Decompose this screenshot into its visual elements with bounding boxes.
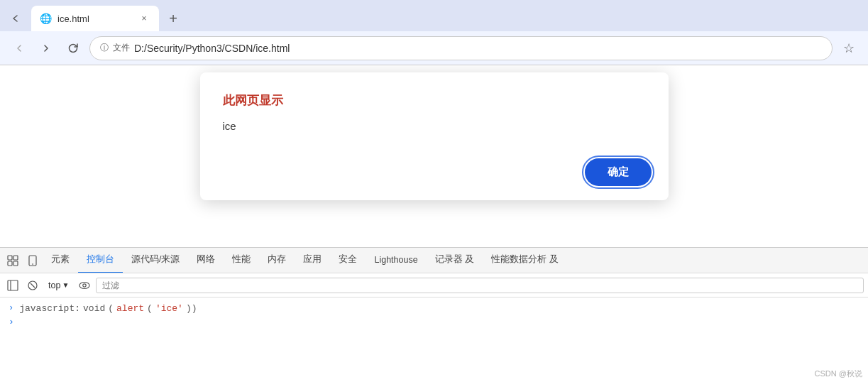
svg-point-11 bbox=[83, 283, 86, 286]
svg-rect-0 bbox=[8, 256, 12, 260]
refresh-button[interactable] bbox=[62, 38, 84, 59]
alert-dialog: 此网页显示 ice 确定 bbox=[200, 72, 669, 200]
svg-rect-1 bbox=[13, 256, 18, 260]
info-icon: ⓘ bbox=[100, 42, 109, 54]
address-bar: ⓘ 文件 D:/Security/Python3/CSDN/ice.html ☆ bbox=[0, 31, 868, 65]
devtools-tab-bar: 元素 控制台 源代码/来源 网络 性能 内存 应用 安全 bbox=[0, 248, 868, 273]
console-output: › javascript:void(alert('ice')) › bbox=[0, 298, 868, 382]
console-line-1: › javascript:void(alert('ice')) bbox=[9, 302, 859, 315]
console-code-void: void bbox=[83, 303, 105, 314]
console-expand-arrow[interactable]: › bbox=[9, 303, 13, 313]
console-code-alert: alert bbox=[116, 303, 144, 314]
console-toolbar: top ▼ bbox=[0, 273, 868, 298]
tab-network[interactable]: 网络 bbox=[188, 248, 224, 273]
filter-input[interactable] bbox=[96, 278, 864, 293]
svg-rect-3 bbox=[13, 261, 18, 266]
svg-rect-6 bbox=[8, 280, 18, 290]
tab-application[interactable]: 应用 bbox=[295, 248, 330, 273]
tab-close-button[interactable]: × bbox=[138, 12, 150, 25]
tab-perf-insights[interactable]: 性能数据分析 及 bbox=[483, 248, 566, 273]
url-text: D:/Security/Python3/CSDN/ice.html bbox=[134, 43, 290, 54]
tab-performance[interactable]: 性能 bbox=[224, 248, 259, 273]
tab-recorder[interactable]: 记录器 及 bbox=[427, 248, 483, 273]
console-parens-close: )) bbox=[186, 303, 197, 314]
svg-line-9 bbox=[31, 283, 35, 288]
tab-title: ice.html bbox=[57, 13, 132, 24]
back-button[interactable] bbox=[9, 38, 30, 59]
tab-favicon: 🌐 bbox=[40, 13, 52, 24]
svg-rect-2 bbox=[8, 261, 12, 266]
devtools-panel: 元素 控制台 源代码/来源 网络 性能 内存 应用 安全 bbox=[0, 247, 868, 382]
watermark: CSDN @秋说 bbox=[815, 369, 862, 379]
tab-sources[interactable]: 源代码/来源 bbox=[123, 248, 188, 273]
console-line-2: › bbox=[9, 315, 859, 329]
eye-icon[interactable] bbox=[76, 277, 93, 294]
context-selector[interactable]: top ▼ bbox=[44, 279, 73, 292]
tab-lighthouse[interactable]: Lighthouse bbox=[366, 248, 426, 273]
alert-overlay: 此网页显示 ice 确定 bbox=[0, 65, 868, 247]
new-tab-button[interactable]: + bbox=[162, 7, 185, 30]
tab-elements[interactable]: 元素 bbox=[43, 248, 78, 273]
tab-memory[interactable]: 内存 bbox=[259, 248, 295, 273]
svg-point-10 bbox=[79, 282, 89, 288]
forward-button[interactable] bbox=[35, 38, 57, 59]
alert-message: ice bbox=[223, 120, 646, 132]
alert-title: 此网页显示 bbox=[223, 92, 646, 109]
bookmark-button[interactable]: ☆ bbox=[838, 38, 859, 59]
page-content: 此网页显示 ice 确定 bbox=[0, 65, 868, 247]
devtools-icon-inspect[interactable] bbox=[3, 251, 23, 271]
file-label: 文件 bbox=[113, 42, 130, 54]
context-label: top bbox=[48, 280, 60, 290]
browser-tab[interactable]: 🌐 ice.html × bbox=[31, 6, 159, 31]
console-paren2: ( bbox=[147, 303, 153, 314]
console-prompt[interactable]: › bbox=[9, 317, 14, 327]
url-bar[interactable]: ⓘ 文件 D:/Security/Python3/CSDN/ice.html bbox=[89, 36, 833, 60]
clear-console-icon[interactable] bbox=[24, 277, 41, 294]
tab-security[interactable]: 安全 bbox=[330, 248, 366, 273]
console-code-javascript: javascript: bbox=[19, 303, 80, 314]
alert-ok-button[interactable]: 确定 bbox=[585, 158, 652, 186]
sidebar-toggle-icon[interactable] bbox=[4, 277, 21, 294]
console-string-ice: 'ice' bbox=[155, 303, 183, 314]
devtools-icon-device[interactable] bbox=[23, 251, 43, 271]
tab-bar: 🌐 ice.html × + bbox=[0, 0, 868, 31]
tab-back-btn[interactable] bbox=[3, 6, 28, 31]
console-paren-open: ( bbox=[108, 303, 114, 314]
chevron-down-icon: ▼ bbox=[62, 281, 69, 289]
browser-frame: 🌐 ice.html × + ⓘ 文件 D:/Security/Python3/… bbox=[0, 0, 868, 382]
tab-console[interactable]: 控制台 bbox=[78, 248, 123, 273]
